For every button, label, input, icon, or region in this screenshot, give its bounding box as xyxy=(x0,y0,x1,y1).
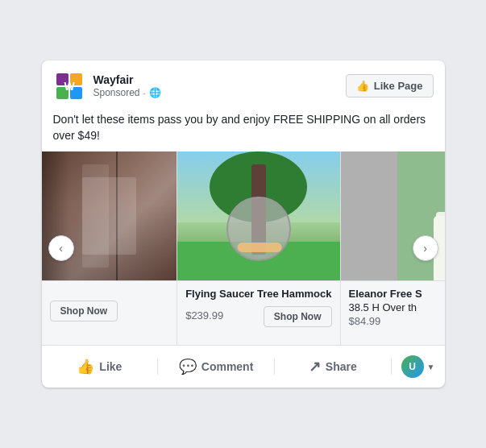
like-label: Like xyxy=(99,360,122,373)
avatar-area[interactable]: U ▼ xyxy=(392,349,445,384)
carousel-next-button[interactable]: › xyxy=(413,235,438,261)
like-page-label: Like Page xyxy=(374,80,423,92)
carousel-prev-button[interactable]: ‹ xyxy=(48,235,74,261)
comment-action[interactable]: 💬 Comment xyxy=(158,351,274,382)
closet-item-info: Shop Now xyxy=(42,280,177,345)
bathroom-image xyxy=(341,151,445,280)
hammock-price: $239.99 xyxy=(185,309,223,321)
share-action[interactable]: ↗ Share xyxy=(275,351,391,382)
like-page-button[interactable]: 👍 Like Page xyxy=(346,74,434,97)
comment-icon: 💬 xyxy=(179,358,197,375)
comment-label: Comment xyxy=(201,360,254,373)
hammock-title: Flying Saucer Tree Hammock xyxy=(185,288,331,300)
avatar: U xyxy=(401,355,424,378)
chevron-right-icon: › xyxy=(423,242,427,255)
header-info: Wayfair Sponsored · 🌐 xyxy=(93,73,161,100)
globe-emoji: 🌐 xyxy=(149,87,161,100)
carousel-container: ‹ › Shop Now xyxy=(42,151,445,345)
closet-shop-now-button[interactable]: Shop Now xyxy=(50,301,118,321)
like-icon: 👍 xyxy=(77,358,94,375)
share-label: Share xyxy=(326,360,357,373)
sponsored-label: Sponsored xyxy=(93,87,140,100)
sponsored-row: Sponsored · 🌐 xyxy=(93,87,161,100)
carousel-item-hammock: Flying Saucer Tree Hammock $239.99 Shop … xyxy=(177,151,340,345)
card-header: W Wayfair Sponsored · 🌐 👍 Like Page xyxy=(42,60,445,109)
brand-name[interactable]: Wayfair xyxy=(93,73,161,87)
hammock-shop-now-button[interactable]: Shop Now xyxy=(264,306,332,327)
closet-image xyxy=(42,151,177,280)
chevron-left-icon: ‹ xyxy=(59,242,63,255)
bathroom-title: Eleanor Free S xyxy=(349,288,445,300)
avatar-chevron-icon: ▼ xyxy=(427,363,435,371)
hammock-image xyxy=(177,151,339,280)
like-thumb-icon: 👍 xyxy=(356,80,369,92)
share-icon: ↗ xyxy=(309,358,321,375)
bathroom-subtitle: 38.5 H Over th xyxy=(349,301,445,313)
header-left: W Wayfair Sponsored · 🌐 xyxy=(53,70,161,102)
brand-logo[interactable]: W xyxy=(53,70,85,102)
globe-icon: · xyxy=(143,88,146,99)
bathroom-item-info: Eleanor Free S 38.5 H Over th $84.99 xyxy=(341,280,445,345)
bathroom-price: $84.99 xyxy=(349,315,445,327)
facebook-ad-card: W Wayfair Sponsored · 🌐 👍 Like Page Don'… xyxy=(42,60,445,388)
hammock-item-info: Flying Saucer Tree Hammock $239.99 Shop … xyxy=(177,280,339,345)
hammock-info-bottom: $239.99 Shop Now xyxy=(185,301,331,327)
like-action[interactable]: 👍 Like xyxy=(42,351,158,382)
carousel-track: Shop Now Flying Saucer Tree Hammock xyxy=(42,151,445,345)
ad-text: Don't let these items pass you by and en… xyxy=(42,109,445,151)
card-footer: 👍 Like 💬 Comment ↗ Share U ▼ xyxy=(42,345,445,388)
avatar-initial: U xyxy=(409,361,416,372)
svg-text:W: W xyxy=(64,80,75,93)
